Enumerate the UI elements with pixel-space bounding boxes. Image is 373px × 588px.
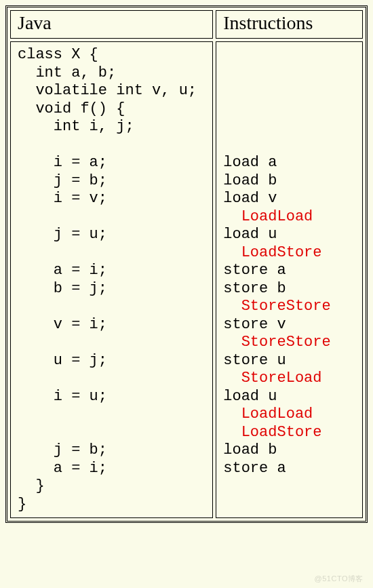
memory-barrier: LoadLoad xyxy=(223,406,313,423)
instruction-line: load a xyxy=(223,154,277,171)
memory-barrier: StoreLoad xyxy=(223,370,321,387)
instruction-line: store u xyxy=(223,352,286,369)
instruction-line: load b xyxy=(223,442,277,458)
memory-barrier: LoadStore xyxy=(223,244,321,261)
instruction-line: load b xyxy=(223,172,277,189)
instruction-line: load v xyxy=(223,190,277,207)
instruction-line: store a xyxy=(223,460,286,477)
instructions-block: load a load b load v LoadLoad load u Loa… xyxy=(223,46,355,496)
java-code-block: class X { int a, b; volatile int v, u; v… xyxy=(18,46,205,513)
instructions-cell: load a load b load v LoadLoad load u Loa… xyxy=(216,41,363,518)
memory-barrier: StoreStore xyxy=(223,334,330,351)
content-row: class X { int a, b; volatile int v, u; v… xyxy=(10,41,363,518)
header-instructions: Instructions xyxy=(216,10,363,39)
instruction-line: store b xyxy=(223,280,286,297)
instruction-line: store a xyxy=(223,262,286,279)
header-java: Java xyxy=(10,10,213,39)
java-cell: class X { int a, b; volatile int v, u; v… xyxy=(10,41,213,518)
instruction-line: load u xyxy=(223,388,277,405)
code-comparison-table: Java Instructions class X { int a, b; vo… xyxy=(5,5,368,523)
header-row: Java Instructions xyxy=(10,10,363,39)
instruction-line: store v xyxy=(223,316,286,333)
memory-barrier: LoadLoad xyxy=(223,208,313,225)
memory-barrier: LoadStore xyxy=(223,424,321,441)
instruction-line: load u xyxy=(223,226,277,243)
memory-barrier: StoreStore xyxy=(223,298,330,315)
